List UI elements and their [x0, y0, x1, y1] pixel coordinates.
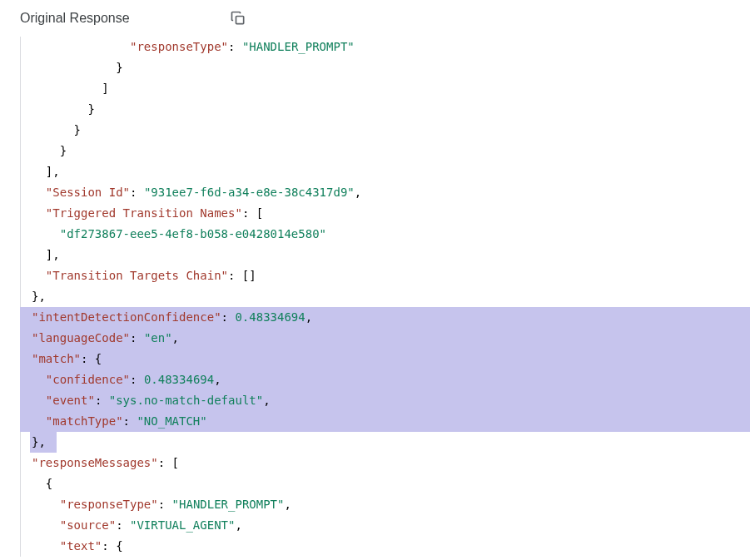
- panel-title: Original Response: [20, 11, 130, 26]
- json-string: "sys.no-match-default": [109, 394, 263, 407]
- json-key: "confidence": [46, 373, 130, 386]
- json-key: "Session Id": [46, 186, 130, 199]
- json-key: "matchType": [46, 414, 123, 428]
- copy-icon[interactable]: [230, 10, 246, 27]
- json-string: "HANDLER_PROMPT": [172, 498, 285, 511]
- json-string: "en": [144, 331, 172, 344]
- json-key: "languageCode": [32, 331, 130, 344]
- json-key: "responseType": [60, 498, 158, 511]
- panel-header: Original Response: [0, 0, 750, 37]
- json-key: "match": [32, 352, 81, 365]
- json-string: "df273867-eee5-4ef8-b058-e0428014e580": [60, 227, 326, 240]
- json-key: "responseMessages": [32, 456, 158, 469]
- json-key: "event": [46, 394, 95, 407]
- json-number: 0.48334694: [235, 310, 305, 324]
- code-content: "responseType": "HANDLER_PROMPT" } ] } }…: [0, 37, 750, 557]
- json-key: "intentDetectionConfidence": [32, 310, 221, 324]
- json-string: "HANDLER_PROMPT": [242, 40, 355, 53]
- json-string: "VIRTUAL_AGENT": [130, 518, 235, 532]
- svg-rect-0: [236, 17, 243, 24]
- json-key: "text": [60, 539, 102, 553]
- json-code[interactable]: "responseType": "HANDLER_PROMPT" } ] } }…: [20, 37, 750, 557]
- json-string: "931ee7-f6d-a34-e8e-38c4317d9": [144, 186, 355, 199]
- json-string: "NO_MATCH": [137, 414, 206, 428]
- json-key: "Triggered Transition Names": [46, 206, 242, 220]
- json-key: "responseType": [130, 40, 228, 53]
- json-key: "source": [60, 518, 116, 532]
- json-number: 0.48334694: [144, 373, 214, 386]
- json-key: "Transition Targets Chain": [46, 269, 228, 282]
